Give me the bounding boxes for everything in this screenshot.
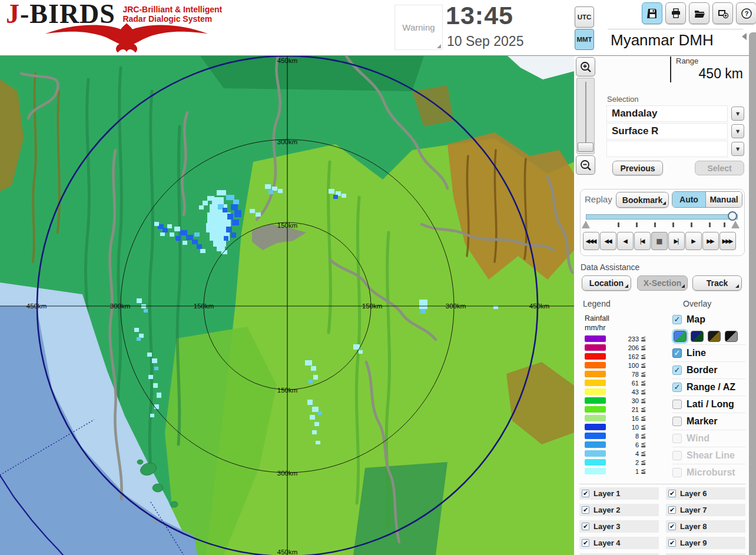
checkbox-icon[interactable]: ✓ (672, 348, 682, 358)
overlay-item-wind[interactable]: Wind (672, 430, 745, 447)
checkbox-icon[interactable]: ✓ (672, 315, 682, 324)
layer-label: Layer 8 (680, 522, 707, 531)
slider-tick (691, 222, 692, 227)
layer-toggle[interactable]: ✔Layer 2 (579, 504, 659, 516)
map-style-swatch[interactable] (674, 331, 687, 342)
open-folder-button[interactable] (689, 2, 709, 24)
map-style-swatch[interactable] (708, 331, 721, 342)
map-style-swatch[interactable] (691, 331, 704, 342)
layer-toggle[interactable]: ✔Layer 9 (666, 537, 745, 549)
overlay-item-map[interactable]: ✓Map (672, 311, 745, 328)
zoom-out-button[interactable] (576, 155, 595, 175)
layer-toggle[interactable]: ✔Layer 6 (666, 487, 745, 500)
checkbox-icon[interactable]: ✔ (582, 539, 589, 547)
layers-divider (579, 484, 745, 484)
product-dropdown-value[interactable]: Surface R (606, 123, 728, 139)
rewind-button[interactable]: ◀◀ (600, 232, 616, 250)
checkbox-icon[interactable]: ✔ (668, 490, 676, 497)
overlay-item-label: Range / AZ (687, 382, 735, 393)
replay-slider-thumb[interactable] (728, 211, 737, 221)
product-dropdown[interactable]: Surface R ▼ (606, 123, 744, 139)
warning-button[interactable]: Warning (394, 5, 443, 50)
checkbox-icon[interactable]: ✔ (668, 539, 676, 547)
slider-start-marker[interactable] (582, 221, 590, 228)
bookmark-button[interactable]: Bookmark (616, 192, 669, 208)
checkbox-icon[interactable] (672, 434, 682, 443)
overlay-item-line[interactable]: ✓Line (672, 344, 745, 361)
rewind-fast-button[interactable]: ◀◀◀ (583, 232, 599, 250)
map-style-swatch[interactable] (725, 331, 738, 342)
play-button[interactable]: ▶ (685, 232, 702, 250)
site-dropdown-value[interactable]: Mandalay (606, 105, 728, 122)
forward-button[interactable]: ▶▶ (702, 232, 719, 250)
legend-color-swatch (585, 388, 606, 395)
checkbox-icon[interactable]: ✓ (672, 365, 682, 375)
slider-tick (724, 222, 725, 227)
layer-label: Layer 9 (680, 539, 707, 547)
step-back-button[interactable]: |◀ (634, 232, 651, 250)
chevron-down-icon[interactable]: ▼ (731, 107, 744, 121)
overlay-item-marker[interactable]: Marker (672, 413, 745, 430)
replay-slider-track[interactable] (586, 214, 738, 220)
stop-button[interactable]: ■ (651, 232, 668, 250)
previous-button[interactable]: Previous (612, 161, 663, 175)
zoom-in-button[interactable] (576, 57, 595, 77)
layer-toggle[interactable]: ✔Layer 1 (579, 487, 659, 500)
collapsed-panel-strip[interactable] (749, 32, 756, 555)
checkbox-icon[interactable] (672, 417, 682, 426)
third-dropdown[interactable]: ▼ (606, 141, 744, 157)
forward-fast-button[interactable]: ▶▶▶ (719, 232, 736, 250)
chevron-down-icon[interactable]: ▼ (731, 124, 744, 138)
chevron-down-icon[interactable]: ▼ (731, 142, 744, 156)
legend-value: 30 (619, 397, 639, 404)
export-image-icon (717, 8, 729, 19)
slider-tick (672, 222, 674, 227)
play-back-button[interactable]: ◀ (617, 232, 634, 250)
help-button[interactable]: ? (736, 2, 756, 24)
overlay-item-border[interactable]: ✓Border (672, 361, 745, 378)
print-icon (670, 8, 682, 19)
layer-toggle[interactable]: ✔Layer 4 (579, 537, 659, 549)
manual-button[interactable]: Manual (706, 192, 742, 207)
x-section-button[interactable]: X-Section (637, 275, 688, 291)
export-image-button[interactable] (712, 2, 733, 24)
step-forward-button[interactable]: ▶| (668, 232, 685, 250)
zoom-slider[interactable] (576, 78, 595, 154)
select-button[interactable]: Select (695, 161, 744, 175)
slider-end-marker[interactable] (731, 221, 740, 228)
zoom-slider-thumb[interactable] (578, 142, 593, 152)
ring-label: 150km (277, 387, 298, 394)
panel-collapse-icon[interactable] (742, 33, 747, 40)
checkbox-icon[interactable]: ✔ (668, 523, 676, 530)
mmt-button[interactable]: MMT (575, 29, 594, 50)
radar-map[interactable]: 450km300km150km150km300km450km450km300km… (0, 56, 574, 555)
help-icon: ? (741, 8, 752, 19)
checkbox-icon[interactable] (672, 451, 682, 460)
logo-subtitle: JRC-Brilliant & Intelligent Radar Dialog… (122, 5, 222, 24)
overlay-item-range-az[interactable]: ✓Range / AZ (672, 378, 745, 396)
checkbox-icon[interactable]: ✔ (582, 523, 589, 530)
layer-toggle[interactable]: ✔Layer 3 (579, 520, 659, 533)
checkbox-icon[interactable] (672, 400, 682, 409)
overlay-item-shear-line[interactable]: Shear Line (672, 447, 745, 464)
location-button[interactable]: Location (582, 275, 631, 291)
overlay-item-label: Wind (687, 433, 709, 444)
layer-toggle[interactable]: ✔Layer 8 (666, 520, 745, 533)
print-button[interactable] (665, 2, 686, 24)
site-dropdown[interactable]: Mandalay ▼ (606, 105, 744, 122)
third-dropdown-value[interactable] (606, 141, 728, 157)
checkbox-icon[interactable]: ✔ (582, 490, 589, 497)
legend-value: 100 (619, 362, 639, 369)
save-button[interactable] (642, 2, 662, 24)
checkbox-icon[interactable]: ✔ (668, 506, 676, 514)
overlay-item-lati-long[interactable]: Lati / Long (672, 396, 745, 413)
overlay-item-microburst[interactable]: Microburst (672, 464, 745, 481)
layer-toggle[interactable]: ✔Layer 7 (666, 504, 745, 516)
checkbox-icon[interactable]: ✔ (582, 506, 589, 514)
checkbox-icon[interactable]: ✓ (672, 383, 682, 392)
legend-value: 78 (619, 371, 639, 378)
utc-button[interactable]: UTC (575, 6, 594, 28)
checkbox-icon[interactable] (672, 468, 682, 477)
track-button[interactable]: Track (692, 275, 742, 291)
auto-button[interactable]: Auto (672, 192, 706, 207)
